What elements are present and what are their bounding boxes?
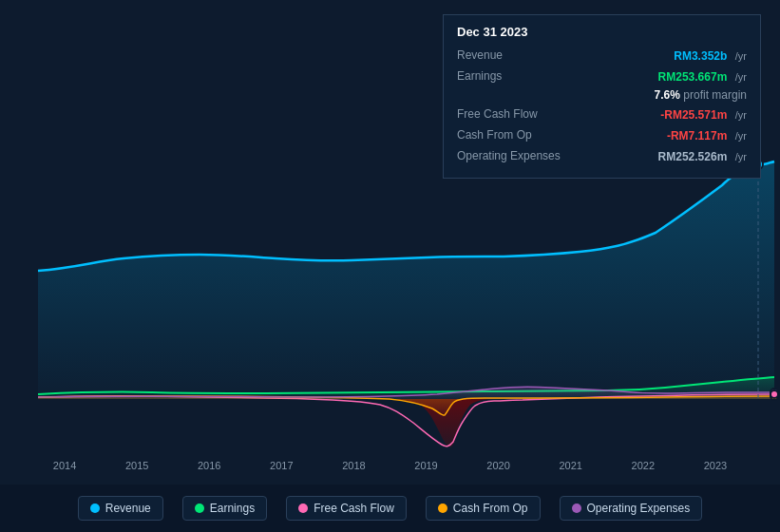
x-label-2020: 2020: [486, 460, 509, 471]
tooltip-row-opex: Operating Expenses RM252.526m /yr: [457, 147, 747, 164]
tooltip-label-earnings: Earnings: [457, 69, 502, 83]
x-label-2015: 2015: [125, 460, 148, 471]
tooltip-label-opex: Operating Expenses: [457, 149, 561, 162]
legend-dot-fcf: [298, 504, 308, 513]
tooltip-title: Dec 31 2023: [457, 25, 747, 39]
profit-margin-text: 7.6% profit margin: [655, 88, 747, 102]
chart-area: RM4b RM0 -RM500m: [0, 0, 780, 484]
legend-label-cashfromop: Cash From Op: [453, 502, 528, 515]
tooltip-row-revenue: Revenue RM3.352b /yr: [457, 47, 747, 64]
legend-item-opex[interactable]: Operating Expenses: [560, 496, 703, 521]
tooltip-value-fcf: -RM25.571m /yr: [660, 105, 747, 123]
legend-item-revenue[interactable]: Revenue: [78, 496, 163, 521]
tooltip: Dec 31 2023 Revenue RM3.352b /yr Earning…: [443, 14, 761, 179]
legend-dot-earnings: [195, 504, 204, 513]
x-label-2014: 2014: [53, 460, 76, 471]
legend-item-fcf[interactable]: Free Cash Flow: [286, 496, 407, 521]
x-label-2019: 2019: [414, 460, 437, 471]
profit-margin-row: 7.6% profit margin: [457, 88, 747, 102]
legend-dot-cashfromop: [438, 504, 447, 513]
legend-label-revenue: Revenue: [105, 502, 151, 515]
legend: Revenue Earnings Free Cash Flow Cash Fro…: [0, 484, 780, 532]
tooltip-row-earnings: Earnings RM253.667m /yr: [457, 67, 747, 85]
tooltip-value-cashfromop: -RM7.117m /yr: [667, 126, 747, 143]
tooltip-value-opex: RM252.526m /yr: [658, 147, 747, 164]
tooltip-label-cashfromop: Cash From Op: [457, 128, 532, 142]
tooltip-label-revenue: Revenue: [457, 48, 503, 62]
legend-label-earnings: Earnings: [210, 502, 255, 515]
tooltip-label-fcf: Free Cash Flow: [457, 107, 538, 121]
tooltip-value-earnings: RM253.667m /yr: [658, 67, 747, 85]
legend-item-earnings[interactable]: Earnings: [182, 496, 267, 521]
tooltip-value-revenue: RM3.352b /yr: [674, 47, 747, 64]
fcf-dot: [770, 390, 778, 398]
x-label-2022: 2022: [632, 460, 655, 471]
x-axis: 2014 2015 2016 2017 2018 2019 2020 2021 …: [0, 460, 780, 471]
x-label-2023: 2023: [704, 460, 727, 471]
x-label-2017: 2017: [270, 460, 293, 471]
legend-label-opex: Operating Expenses: [587, 502, 691, 515]
legend-item-cashfromop[interactable]: Cash From Op: [426, 496, 541, 521]
legend-label-fcf: Free Cash Flow: [314, 502, 394, 515]
x-label-2018: 2018: [342, 460, 365, 471]
legend-dot-revenue: [90, 504, 100, 513]
tooltip-row-fcf: Free Cash Flow -RM25.571m /yr: [457, 105, 747, 123]
tooltip-row-cashfromop: Cash From Op -RM7.117m /yr: [457, 126, 747, 143]
x-label-2021: 2021: [559, 460, 581, 471]
legend-dot-opex: [572, 504, 581, 513]
x-label-2016: 2016: [198, 460, 220, 471]
